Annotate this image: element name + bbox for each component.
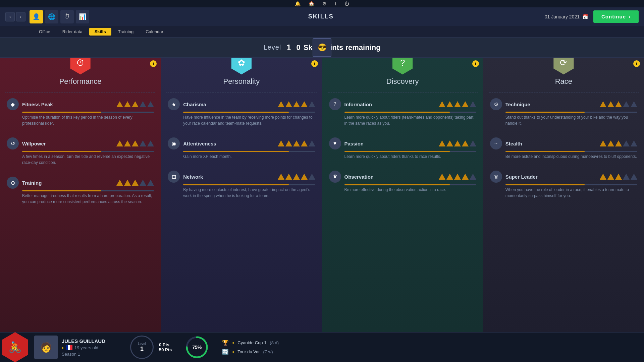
progress-bar-fill-1 [505,151,585,152]
skill-name-personality-2: Network [183,174,277,180]
settings-icon[interactable]: ⚙ [322,1,327,6]
skill-row-performance-2: ⊕TrainingBetter manage tiredness that re… [0,174,161,207]
tab-training[interactable]: Training [113,28,139,36]
nav-chart-icon[interactable]: 📊 [76,10,89,23]
skill-bars-personality-2 [278,174,315,180]
progress-bar-bg-0 [505,112,637,113]
progress-pct-text: 75% [192,345,202,350]
bar-2 [293,174,300,180]
skill-row-race-2: ♛Super LeaderWhen you have the role of l… [483,168,644,201]
bar-1 [607,101,614,107]
events-section: 🏆 ● Cyanide Cup 1 (8 d) 🔄 ● Tour du Var … [214,340,644,355]
bar-2 [293,101,300,107]
card-performance-header: ⏱iPerformance [0,58,161,90]
home-icon[interactable]: 🏠 [309,1,314,6]
bar-1 [124,101,131,107]
skill-row-header-0: ★Charisma [168,98,315,110]
skill-icon-discovery-0: ? [329,98,341,110]
skill-row-header-0: ◆Fitness Peak [7,98,154,110]
skill-desc-race-2: When you have the role of leader in a ra… [505,187,637,199]
skill-row-performance-0: ◆Fitness PeakOptimise the duration of th… [0,96,161,129]
progress-bar-bg-0 [22,112,154,113]
performance-title: Performance [59,77,102,86]
nav-globe-icon[interactable]: 🌐 [45,10,58,23]
bar-4 [147,140,154,146]
nationality-dot: ● [62,346,64,350]
personality-info-badge[interactable]: i [311,60,318,67]
bar-1 [446,174,453,180]
skill-row-discovery-0: ?InformationLearn more quickly about rid… [322,96,483,129]
bar-0 [439,140,445,146]
continue-button[interactable]: Continue › [593,10,639,23]
progress-bar-fill-0 [505,112,585,113]
bar-4 [147,180,154,186]
back-arrow[interactable]: ‹ [5,12,15,21]
skill-desc-race-0: Stand out thanks to your understanding o… [505,114,637,126]
info-icon[interactable]: ℹ [335,1,336,6]
level-avatar: 😎 [313,38,331,57]
divider-race-1 [489,132,639,132]
date-text: 01 January 2021 [545,14,580,19]
event-item-1: 🏆 ● Cyanide Cup 1 (8 d) [222,340,636,346]
progress-bar-container-0 [22,112,154,113]
skill-row-performance-1: ↺WillpowerA few times in a season, turn … [0,135,161,168]
skill-desc-discovery-1: Learn more quickly about riders thanks t… [344,154,476,160]
bar-1 [607,140,614,146]
bar-2 [132,180,139,186]
skill-row-header-0: ⚙Technique [490,98,637,110]
event-name-1: Cyanide Cup 1 [237,340,266,345]
skill-bars-race-2 [600,174,637,180]
skill-points-value: 0 [297,43,301,52]
tab-office[interactable]: Office [34,28,56,36]
bar-0 [278,174,284,180]
discovery-hex-icon: ? [391,58,414,74]
divider-race-2 [489,165,639,165]
event-detail-1: (8 d) [270,340,279,345]
pts-current: 0 Pts [159,342,172,347]
discovery-info-badge[interactable]: i [472,60,479,67]
card-performance: ⏱iPerformance◆Fitness PeakOptimise the d… [0,58,161,332]
progress-bar-container-1 [505,151,637,152]
skill-bars-race-1 [600,140,637,146]
nav-clock-icon[interactable]: ⏱ [60,10,74,23]
bar-0 [278,140,284,146]
skill-bars-discovery-0 [439,101,476,107]
progress-circle: 75% [185,336,209,359]
skill-row-personality-2: ⊞NetworkBy having more contacts of inter… [161,168,322,201]
progress-bar-fill-1 [22,151,101,152]
skill-desc-discovery-2: Be more effective during the observation… [344,187,476,193]
personality-title: Personality [223,77,260,86]
nav-rider-icon[interactable]: 👤 [30,10,43,23]
progress-bar-container-1 [344,151,476,152]
discovery-title: Discovery [386,77,419,86]
tab-rider-data[interactable]: Rider data [57,28,88,36]
bar-1 [285,140,292,146]
card-discovery: ?iDiscovery?InformationLearn more quickl… [322,58,483,332]
skill-icon-performance-0: ◆ [7,98,19,110]
race-info-badge[interactable]: i [633,60,640,67]
bar-0 [439,174,445,180]
progress-bar-bg-2 [505,184,637,185]
tab-skills[interactable]: Skills [89,28,111,36]
skill-row-race-1: ~StealthBe more astute and inconspicuous… [483,135,644,162]
bar-2 [615,101,622,107]
performance-info-badge[interactable]: i [150,60,157,67]
forward-arrow[interactable]: › [16,12,25,21]
notification-icon[interactable]: 🔔 [295,1,301,6]
bar-0 [600,140,606,146]
progress-bar-fill-0 [344,112,450,113]
tab-calendar[interactable]: Calendar [140,28,169,36]
skill-desc-personality-0: Have more influence in the team by recei… [183,114,315,126]
bar-1 [124,180,131,186]
rider-age-text: 19 years old [74,345,98,350]
france-flag [66,345,72,350]
bar-2 [615,174,622,180]
progress-bar-container-1 [183,151,315,152]
calendar-icon[interactable]: 📅 [582,14,588,19]
power-icon[interactable]: ⏻ [344,1,349,6]
bar-4 [309,140,315,146]
bar-3 [462,140,469,146]
skill-name-discovery-2: Observation [344,174,439,180]
bar-2 [454,174,461,180]
bar-1 [124,140,131,146]
